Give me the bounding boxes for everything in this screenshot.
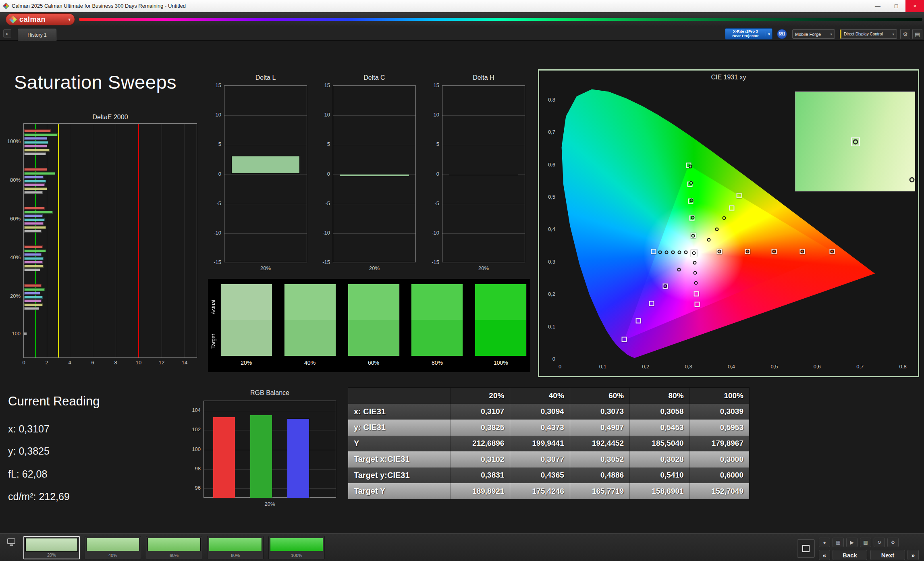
table-value: 0,3039 <box>689 404 749 420</box>
deltae-bar <box>24 172 55 175</box>
column-header: 20% <box>450 388 510 404</box>
delta-h-chart: 151050-5-10-15 <box>442 85 525 262</box>
pattern-swatch-button-100%[interactable]: 100% <box>268 536 325 559</box>
tab-history-1[interactable]: History 1 <box>18 29 56 41</box>
pattern-swatch-button-20%[interactable]: 20% <box>23 536 80 559</box>
gridline <box>204 411 336 411</box>
cie-measured-point <box>707 238 710 242</box>
x-tick-label: 6 <box>87 359 99 366</box>
deltae-bar <box>24 207 45 210</box>
y-tick-label: -10 <box>205 230 221 236</box>
table-value: 0,4886 <box>570 468 629 484</box>
table-value: 0,3102 <box>450 451 510 468</box>
calman-logo-menu[interactable]: calman ▾ <box>6 13 75 25</box>
gridline <box>333 115 415 116</box>
deltae-bar <box>24 265 44 268</box>
y-tick-label: 0,1 <box>540 324 555 330</box>
swatch-fill <box>86 538 139 551</box>
y-tick-label: -15 <box>205 259 221 265</box>
gear-icon: ⚙ <box>903 31 908 37</box>
x-tick-label: 0,2 <box>637 364 654 370</box>
meter-count-badge[interactable]: 691 <box>777 29 787 39</box>
y-tick-label: -5 <box>423 200 439 206</box>
y-tick-label: 104 <box>185 407 201 413</box>
layout-button[interactable] <box>797 539 815 558</box>
cie-measured-point <box>722 216 726 220</box>
deltae-bar <box>24 226 46 229</box>
meter-selector-button[interactable]: X-Rite i1Pro 3 Rear Projector ▾ <box>725 28 772 39</box>
cie-measured-point <box>694 271 697 274</box>
gridline <box>442 204 525 204</box>
cie-target-point <box>694 291 699 296</box>
row-label: Target Y <box>348 483 450 499</box>
grid-button[interactable]: ▦ <box>833 538 844 547</box>
group-label: 100% <box>0 138 21 144</box>
cie-measured-point <box>831 249 834 253</box>
y-tick-label: 100 <box>185 446 201 452</box>
gridline <box>442 263 525 263</box>
panel-toggle-button[interactable]: ▤ <box>912 29 922 39</box>
pattern-source-dropdown[interactable]: Mobile Forge ▾ <box>792 29 835 39</box>
x-tick-label: 0 <box>18 359 30 366</box>
delta-l-chart: 151050-5-10-15 <box>224 85 307 262</box>
delta-bar <box>231 156 300 175</box>
y-tick-label: 10 <box>205 112 221 118</box>
close-button[interactable]: × <box>905 0 924 12</box>
y-tick-label: -15 <box>423 259 439 265</box>
settings-button[interactable]: ⚙ <box>887 538 899 547</box>
y-tick-label: 0 <box>314 171 330 177</box>
title-bar: Calman 2025 Calman Ultimate for Business… <box>0 0 924 12</box>
reference-line <box>138 124 139 357</box>
reading-x: x: 0,3107 <box>8 423 50 435</box>
rewind-button[interactable]: « <box>819 550 830 560</box>
pattern-swatch-button-40%[interactable]: 40% <box>85 536 141 559</box>
table-row: y: CIE310,38250,43730,49070,54530,5953 <box>348 420 749 436</box>
refresh-button[interactable]: ↻ <box>874 538 885 547</box>
history-prev-button[interactable]: ▸ <box>3 29 11 37</box>
settings-button[interactable]: ⚙ <box>900 29 910 39</box>
play-button[interactable]: ▶ <box>846 538 858 547</box>
deltae-bar <box>24 191 43 194</box>
y-tick-label: 0,5 <box>540 194 555 200</box>
deltae-bar <box>24 187 47 190</box>
reading-fl: fL: 62,08 <box>8 468 47 480</box>
gridline <box>442 145 525 145</box>
deltae-bar <box>24 292 40 295</box>
cie-measured-point <box>664 284 667 288</box>
deltae-bar <box>24 296 43 299</box>
reading-y: y: 0,3825 <box>8 445 50 457</box>
rgb-bar-green <box>250 415 272 498</box>
minimize-button[interactable]: — <box>868 0 887 12</box>
swatch-col-label: 60% <box>348 359 400 366</box>
cie-measured-point <box>715 227 718 231</box>
deltae-bar <box>24 211 53 214</box>
display-control-dropdown[interactable]: Direct Display Control ▾ <box>840 29 897 39</box>
cie-measured-point <box>690 199 694 202</box>
back-button[interactable]: Back <box>833 550 867 560</box>
deltae-bar <box>24 253 42 256</box>
y-tick-label: 0,8 <box>540 97 555 103</box>
next-button[interactable]: Next <box>870 550 905 560</box>
forward-button[interactable]: » <box>907 550 919 560</box>
table-value: 0,3094 <box>510 404 569 420</box>
pattern-swatch-button-80%[interactable]: 80% <box>207 536 264 559</box>
display-icon[interactable] <box>7 538 15 544</box>
record-button[interactable]: ● <box>819 538 830 547</box>
maximize-button[interactable]: □ <box>887 0 905 12</box>
inset-measured-point <box>909 177 915 183</box>
y-tick-label: 5 <box>205 141 221 147</box>
delta-l-xlabel: 20% <box>224 265 307 271</box>
x-tick-label: 0,4 <box>723 364 739 370</box>
gridline <box>162 124 162 357</box>
gridline <box>442 115 525 116</box>
gridline <box>70 124 70 357</box>
table-value: 175,4246 <box>510 483 569 499</box>
pages-button[interactable]: ▥ <box>860 538 871 547</box>
cie-measured-point <box>718 249 721 253</box>
gridline <box>333 145 415 145</box>
deltae-bar <box>24 180 46 183</box>
cie-measured-point <box>684 250 688 254</box>
table-value: 0,3073 <box>570 404 629 420</box>
rgb-bar-blue <box>287 418 309 498</box>
pattern-swatch-button-60%[interactable]: 60% <box>146 536 202 559</box>
